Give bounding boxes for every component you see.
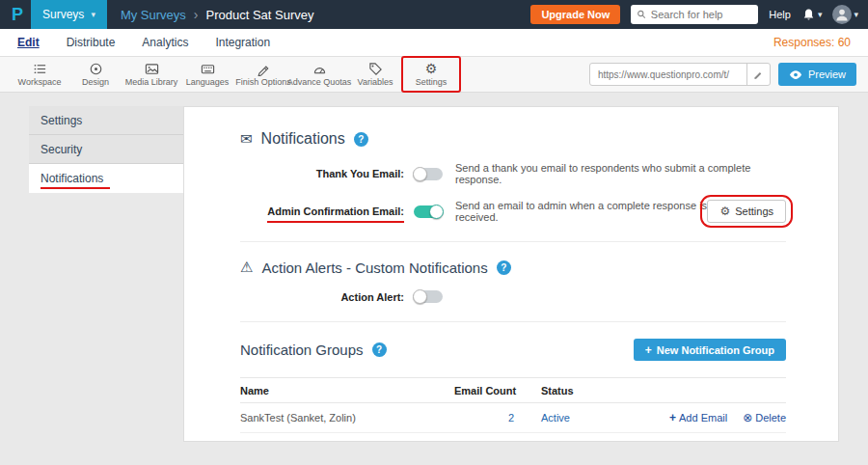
chevron-down-icon: ▾	[91, 10, 95, 19]
notifications-bell-menu[interactable]: ▾	[801, 8, 823, 22]
section-title-text: Notifications	[261, 130, 345, 148]
section-divider	[240, 321, 786, 322]
settings-content: Settings Security Notifications ✉ Notifi…	[0, 93, 868, 465]
gear-icon: ⚙	[425, 62, 438, 76]
admin-confirmation-email-description: Send an email to admin when a complete r…	[455, 200, 707, 223]
help-icon[interactable]: ?	[497, 260, 511, 275]
top-bar: P Surveys ▾ My Surveys › Product Sat Sur…	[0, 0, 868, 29]
account-menu[interactable]: ▾	[832, 5, 858, 24]
table-row: SankTest (Sanket, Zolin) 2 Active + Add …	[240, 403, 786, 433]
tab-edit[interactable]: Edit	[17, 36, 40, 49]
toolbar-label: Design	[82, 77, 109, 87]
group-status[interactable]: Active	[541, 412, 641, 424]
col-header-email-count: Email Count	[454, 385, 541, 397]
admin-confirmation-email-label: Admin Confirmation Email:	[240, 205, 404, 217]
survey-url[interactable]: https://www.questionpro.com/t/	[590, 69, 746, 80]
warning-icon: ⚠	[240, 259, 253, 276]
sidebar-item-security[interactable]: Security	[29, 135, 183, 164]
new-group-label: New Notification Group	[657, 344, 774, 356]
action-alert-toggle[interactable]	[414, 290, 443, 303]
sidebar-item-notifications[interactable]: Notifications	[29, 164, 183, 193]
tab-analytics[interactable]: Analytics	[142, 36, 188, 49]
sidebar-item-settings[interactable]: Settings	[29, 106, 183, 135]
help-link[interactable]: Help	[769, 9, 791, 20]
toolbar-item-settings[interactable]: ⚙ Settings	[403, 62, 459, 87]
toggle-knob	[429, 205, 444, 219]
notification-groups-header: Notification Groups ? + New Notification…	[240, 339, 786, 361]
admin-confirmation-email-toggle[interactable]	[414, 205, 443, 218]
eye-icon	[789, 69, 802, 80]
section-title-text: Notification Groups	[240, 342, 364, 358]
user-icon	[834, 7, 850, 22]
admin-confirmation-email-row: Admin Confirmation Email: Send an email …	[240, 200, 786, 223]
toolbar-label: Finish Options	[235, 77, 291, 87]
upgrade-now-button[interactable]: Upgrade Now	[530, 5, 620, 24]
group-name: SankTest (Sanket, Zolin)	[240, 412, 454, 424]
questionpro-logo: P	[8, 5, 31, 25]
sidebar-item-label: Notifications	[41, 172, 103, 185]
questionpro-app: P Surveys ▾ My Surveys › Product Sat Sur…	[0, 0, 868, 465]
toolbar-label: Media Library	[125, 77, 178, 87]
surveys-menu-button[interactable]: Surveys ▾	[31, 0, 107, 29]
bell-icon	[801, 8, 816, 22]
toolbar-label: Advance Quotas	[287, 77, 352, 87]
new-notification-group-button[interactable]: + New Notification Group	[634, 339, 786, 361]
toolbar-right: https://www.questionpro.com/t/ Preview	[589, 63, 856, 86]
languages-icon	[201, 62, 215, 76]
delete-label: Delete	[755, 412, 786, 424]
sidebar-item-label: Settings	[41, 114, 82, 127]
surveys-menu-label: Surveys	[42, 8, 84, 21]
admin-email-settings-button[interactable]: ⚙ Settings	[707, 200, 786, 223]
annotation-underline-admin-email	[267, 221, 404, 223]
action-alert-label: Action Alert:	[240, 291, 404, 303]
toolbar-label: Settings	[416, 77, 448, 87]
toolbar-label: Workspace	[18, 77, 62, 87]
toolbar-item-finish-options[interactable]: Finish Options	[235, 62, 291, 87]
variables-icon	[368, 62, 383, 76]
thank-you-email-label: Thank You Email:	[240, 168, 404, 179]
main-nav: Edit Distribute Analytics Integration Re…	[0, 29, 868, 57]
edit-url-button[interactable]	[746, 64, 770, 85]
delete-link[interactable]: ⊗ Delete	[743, 411, 786, 424]
design-icon	[89, 62, 103, 76]
tab-distribute[interactable]: Distribute	[67, 36, 116, 49]
toolbar-item-variables[interactable]: Variables	[347, 62, 403, 87]
thank-you-email-row: Thank You Email: Send a thank you email …	[240, 162, 786, 185]
edit-toolbar: Workspace Design Media Library Languages…	[0, 57, 868, 93]
chevron-down-icon: ▾	[854, 10, 858, 19]
thank-you-email-description: Send a thank you email to respondents wh…	[455, 162, 786, 185]
plus-icon: +	[645, 343, 652, 357]
search-input[interactable]	[651, 9, 752, 20]
toolbar-item-media-library[interactable]: Media Library	[123, 62, 179, 87]
toolbar-label: Variables	[358, 77, 393, 87]
toolbar-item-advance-quotas[interactable]: Advance Quotas	[291, 62, 347, 87]
preview-label: Preview	[808, 68, 846, 80]
help-icon[interactable]: ?	[354, 132, 368, 147]
avatar	[832, 5, 852, 24]
responses-count[interactable]: Responses: 60	[773, 36, 851, 49]
preview-button[interactable]: Preview	[778, 63, 856, 86]
toolbar-item-design[interactable]: Design	[68, 62, 123, 87]
thank-you-email-toggle[interactable]	[414, 168, 443, 180]
notification-groups-title: Notification Groups ?	[240, 342, 387, 358]
settings-button-label: Settings	[735, 205, 773, 217]
envelope-icon: ✉	[240, 130, 253, 148]
group-email-count-link[interactable]: 2	[454, 412, 541, 424]
action-alerts-section-title: ⚠ Action Alerts - Custom Notifications ?	[240, 259, 786, 276]
toolbar-item-languages[interactable]: Languages	[179, 62, 235, 87]
add-email-label: Add Email	[679, 412, 727, 424]
toolbar-item-workspace[interactable]: Workspace	[12, 62, 68, 87]
toggle-knob	[413, 289, 427, 304]
action-alert-row: Action Alert:	[240, 290, 786, 303]
help-icon[interactable]: ?	[372, 342, 387, 357]
tab-integration[interactable]: Integration	[215, 36, 270, 49]
add-email-link[interactable]: + Add Email	[669, 411, 727, 424]
notifications-panel: ✉ Notifications ? Thank You Email: Send …	[183, 106, 839, 442]
help-search-box[interactable]	[631, 5, 758, 24]
breadcrumb-my-surveys[interactable]: My Surveys	[121, 8, 186, 22]
finish-options-icon	[257, 62, 271, 76]
col-header-name: Name	[240, 385, 454, 397]
sidebar-item-label: Security	[41, 143, 82, 156]
workspace-icon	[33, 62, 47, 76]
notifications-section-title: ✉ Notifications ?	[240, 130, 786, 148]
